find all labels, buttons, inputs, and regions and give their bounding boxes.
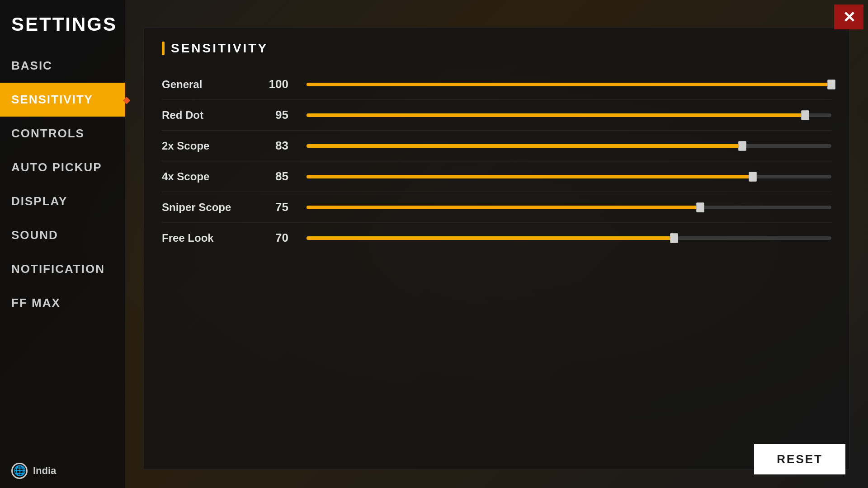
slider-track-bg-4x_scope: [307, 175, 831, 178]
slider-track-bg-2x_scope: [307, 144, 831, 148]
slider-thumb-general[interactable]: [827, 80, 835, 89]
slider-fill-sniper_scope: [307, 206, 700, 209]
slider-row-sniper_scope: Sniper Scope75: [162, 192, 831, 223]
sidebar-item-ff_max[interactable]: FF MAX: [0, 286, 125, 320]
content-panel: SENSITIVITY General100Red Dot952x Scope8…: [143, 27, 850, 470]
slider-thumb-free_look[interactable]: [670, 233, 678, 243]
app-title: SETTINGS: [0, 9, 125, 49]
slider-value-sniper_scope: 75: [261, 200, 288, 214]
slider-track-bg-free_look: [307, 236, 831, 240]
slider-track-4x_scope[interactable]: [307, 172, 831, 181]
sliders-container: General100Red Dot952x Scope834x Scope85S…: [162, 69, 831, 253]
slider-fill-2x_scope: [307, 144, 742, 148]
close-button[interactable]: ✕: [834, 5, 863, 29]
sidebar-item-sensitivity[interactable]: SENSITIVITY: [0, 83, 125, 117]
slider-value-2x_scope: 83: [261, 139, 288, 153]
slider-track-free_look[interactable]: [307, 234, 831, 243]
main-content: SENSITIVITY General100Red Dot952x Scope8…: [125, 0, 868, 488]
sidebar-item-basic[interactable]: BASIC: [0, 49, 125, 83]
sidebar: SETTINGS BASICSENSITIVITYCONTROLSAUTO PI…: [0, 0, 125, 488]
slider-fill-general: [307, 83, 831, 86]
slider-track-2x_scope[interactable]: [307, 141, 831, 150]
sidebar-footer: 🌐 India: [0, 454, 125, 488]
slider-thumb-2x_scope[interactable]: [738, 141, 746, 151]
sidebar-item-auto_pickup[interactable]: AUTO PICKUP: [0, 150, 125, 184]
sidebar-item-controls[interactable]: CONTROLS: [0, 117, 125, 150]
slider-value-free_look: 70: [261, 231, 288, 245]
slider-label-sniper_scope: Sniper Scope: [162, 201, 252, 214]
slider-thumb-sniper_scope[interactable]: [696, 202, 704, 212]
sidebar-item-display[interactable]: DISPLAY: [0, 184, 125, 218]
sidebar-nav: BASICSENSITIVITYCONTROLSAUTO PICKUPDISPL…: [0, 49, 125, 320]
slider-fill-free_look: [307, 236, 674, 240]
section-title: SENSITIVITY: [162, 41, 831, 56]
slider-track-bg-general: [307, 83, 831, 86]
title-bar-accent: [162, 42, 165, 55]
close-icon: ✕: [843, 9, 855, 25]
slider-value-general: 100: [261, 77, 288, 91]
slider-row-2x_scope: 2x Scope83: [162, 131, 831, 161]
slider-thumb-red_dot[interactable]: [801, 110, 809, 120]
slider-label-general: General: [162, 78, 252, 91]
slider-track-bg-red_dot: [307, 113, 831, 117]
section-title-text: SENSITIVITY: [171, 41, 268, 56]
slider-track-general[interactable]: [307, 80, 831, 89]
slider-value-4x_scope: 85: [261, 169, 288, 183]
slider-label-red_dot: Red Dot: [162, 109, 252, 122]
slider-row-4x_scope: 4x Scope85: [162, 161, 831, 192]
slider-track-red_dot[interactable]: [307, 111, 831, 120]
sidebar-item-sound[interactable]: SOUND: [0, 218, 125, 252]
slider-track-bg-sniper_scope: [307, 206, 831, 209]
slider-track-sniper_scope[interactable]: [307, 203, 831, 212]
slider-fill-red_dot: [307, 113, 805, 117]
slider-label-4x_scope: 4x Scope: [162, 170, 252, 183]
sidebar-item-notification[interactable]: NOTIFICATION: [0, 252, 125, 286]
region-label: India: [33, 465, 56, 477]
globe-icon: 🌐: [11, 463, 28, 479]
slider-row-general: General100: [162, 69, 831, 100]
slider-label-free_look: Free Look: [162, 232, 252, 244]
slider-row-free_look: Free Look70: [162, 223, 831, 253]
slider-label-2x_scope: 2x Scope: [162, 140, 252, 152]
slider-row-red_dot: Red Dot95: [162, 100, 831, 131]
slider-fill-4x_scope: [307, 175, 753, 178]
slider-thumb-4x_scope[interactable]: [749, 172, 757, 182]
slider-value-red_dot: 95: [261, 108, 288, 122]
reset-button[interactable]: RESET: [754, 444, 845, 474]
